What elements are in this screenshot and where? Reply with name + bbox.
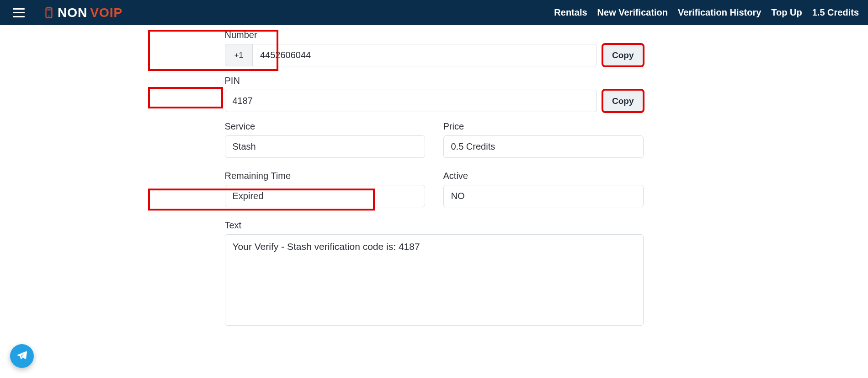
nav-verification-history[interactable]: Verification History bbox=[678, 7, 761, 18]
number-input[interactable] bbox=[252, 44, 597, 66]
pin-input[interactable] bbox=[225, 90, 597, 112]
text-label: Text bbox=[225, 220, 644, 231]
number-input-group: +1 bbox=[225, 44, 597, 66]
text-content: Your Verify - Stash verification code is… bbox=[225, 234, 644, 326]
logo-text-voip: VOIP bbox=[90, 5, 122, 20]
nav-top-up[interactable]: Top Up bbox=[771, 7, 802, 18]
primary-nav: Rentals New Verification Verification Hi… bbox=[554, 7, 859, 18]
pin-label: PIN bbox=[225, 76, 644, 86]
remaining-label: Remaining Time bbox=[225, 171, 425, 181]
nav-credits[interactable]: 1.5 Credits bbox=[812, 7, 859, 18]
active-label: Active bbox=[443, 171, 644, 181]
number-label: Number bbox=[225, 30, 644, 40]
price-value: 0.5 Credits bbox=[443, 135, 644, 158]
nav-new-verification[interactable]: New Verification bbox=[597, 7, 668, 18]
phone-icon bbox=[43, 7, 55, 19]
service-label: Service bbox=[225, 121, 425, 132]
remaining-value: Expired bbox=[225, 185, 425, 207]
copy-number-button[interactable]: Copy bbox=[602, 44, 644, 66]
nav-rentals[interactable]: Rentals bbox=[554, 7, 587, 18]
service-value: Stash bbox=[225, 135, 425, 158]
number-prefix: +1 bbox=[225, 44, 252, 66]
svg-point-1 bbox=[48, 15, 50, 16]
logo-text-non: NON bbox=[58, 5, 87, 20]
menu-toggle-button[interactable] bbox=[13, 8, 25, 17]
price-label: Price bbox=[443, 121, 644, 132]
top-navbar: NON VOIP Rentals New Verification Verifi… bbox=[0, 0, 868, 25]
active-value: NO bbox=[443, 185, 644, 207]
highlight-pin-box bbox=[148, 87, 223, 108]
pin-input-group bbox=[225, 90, 597, 112]
brand-logo[interactable]: NON VOIP bbox=[43, 5, 122, 20]
copy-pin-button[interactable]: Copy bbox=[602, 90, 644, 112]
